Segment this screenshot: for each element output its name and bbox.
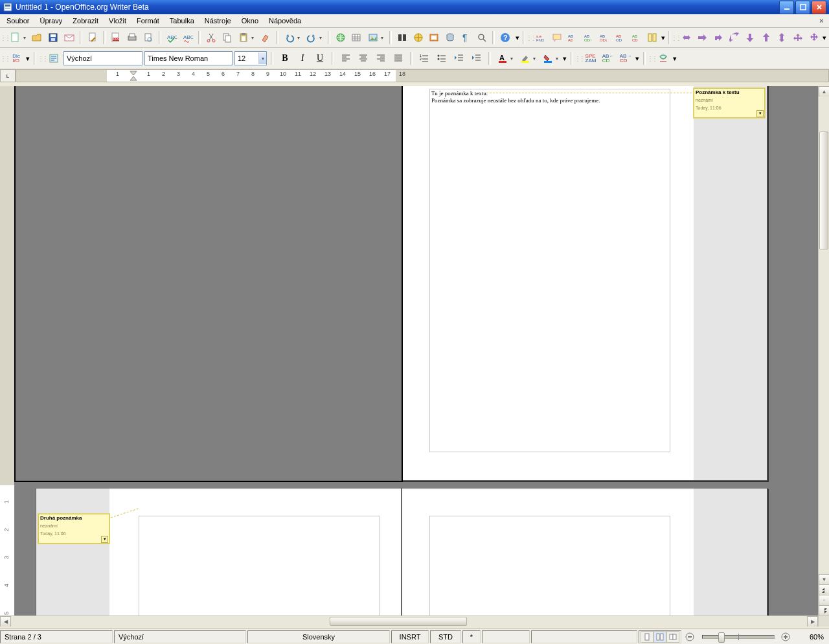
scroll-thumb[interactable] xyxy=(819,132,828,249)
document-canvas[interactable]: Tu je poznámka k textu. Poznámka sa zobr… xyxy=(14,86,819,616)
horizontal-scrollbar[interactable]: ◀ ▶ xyxy=(0,615,829,627)
toolbar-grip-7[interactable]: ⋮⋮ xyxy=(650,51,653,65)
zoom-in-button[interactable] xyxy=(778,631,793,643)
prev-page-button[interactable] xyxy=(819,584,829,595)
indent-marker-icon[interactable] xyxy=(130,71,137,81)
scroll-right-button[interactable]: ▶ xyxy=(807,616,818,627)
horizontal-ruler[interactable]: 1 1 2 3 4 5 6 7 8 9 10 11 12 13 14 15 16… xyxy=(16,69,829,82)
zoom-slider[interactable] xyxy=(702,635,775,639)
align-left-button[interactable] xyxy=(338,51,354,66)
toolbar-overflow-5[interactable]: ▾ xyxy=(635,54,639,63)
arrow-up-down-button[interactable] xyxy=(775,30,789,45)
status-page[interactable]: Strana 2 / 3 xyxy=(0,630,113,643)
zoom-out-button[interactable] xyxy=(683,631,697,643)
window-minimize-button[interactable] xyxy=(779,1,794,14)
menu-upravy[interactable]: Úpravy xyxy=(34,16,67,26)
zoom-slider-knob[interactable] xyxy=(718,632,725,643)
page-text-line-2[interactable]: Poznámka sa zobrazuje neustále bez ohľad… xyxy=(431,97,600,104)
status-style[interactable]: Výchozí xyxy=(114,630,246,643)
highlight-button[interactable]: ▾ xyxy=(517,51,538,66)
font-name-combo[interactable]: ▾ xyxy=(144,51,233,65)
nonprinting-button[interactable]: ¶ xyxy=(459,30,473,45)
show-draw-button[interactable]: ▾ xyxy=(365,30,386,45)
status-zoom[interactable]: 60% xyxy=(794,631,828,643)
print-button[interactable] xyxy=(125,30,140,45)
arrow-right-button[interactable] xyxy=(695,30,710,45)
page-text-line-1[interactable]: Tu je poznámka k textu. xyxy=(431,90,488,97)
new-button[interactable]: ▾ xyxy=(8,30,28,45)
undo-button[interactable]: ▾ xyxy=(282,30,302,45)
toolbar-grip-4[interactable]: ⋮⋮ xyxy=(3,51,6,65)
insert-comment-button[interactable] xyxy=(549,30,564,45)
underline-button[interactable]: U xyxy=(312,51,328,66)
nav-target-button[interactable]: ◦ xyxy=(819,595,829,606)
bgcolor-button[interactable]: ▾ xyxy=(540,51,561,66)
menu-napoveda[interactable]: Nápověda xyxy=(264,16,306,26)
zoom-button[interactable] xyxy=(475,30,490,45)
window-close-button[interactable] xyxy=(812,1,826,14)
paste-button[interactable]: ▾ xyxy=(236,30,256,45)
find-replace-prev-button[interactable]: s.eFND xyxy=(534,30,549,45)
find-button[interactable] xyxy=(395,30,410,45)
paragraph-style-combo[interactable]: ▾ xyxy=(63,51,142,65)
toolbar-grip[interactable]: ⋮⋮ xyxy=(3,30,6,45)
toolbar-overflow-4[interactable]: ▾ xyxy=(563,54,567,63)
redo-button[interactable]: ▾ xyxy=(304,30,324,45)
page-2-left[interactable]: Druhá poznámka neznámí Today, 11:06 ▾ xyxy=(36,488,402,627)
italic-button[interactable]: I xyxy=(295,51,310,66)
window-maximize-button[interactable] xyxy=(795,1,810,14)
comment-note-2[interactable]: Druhá poznámka neznámí Today, 11:06 ▾ xyxy=(38,513,110,544)
status-signature[interactable] xyxy=(482,630,530,643)
ab-cd-green-button[interactable]: AB←CD xyxy=(600,51,616,66)
merge-doc-button[interactable]: ABCD xyxy=(629,30,644,45)
toolbar-grip-5[interactable]: ⋮⋮ xyxy=(40,51,44,65)
outdent-button[interactable] xyxy=(451,51,467,66)
menu-vlozit[interactable]: Vložit xyxy=(104,16,131,26)
toolbar-overflow-2[interactable]: ▾ xyxy=(661,34,665,42)
font-color-button[interactable]: A▾ xyxy=(495,51,516,66)
page-1[interactable]: Tu je poznámka k textu. Poznámka sa zobr… xyxy=(402,86,767,481)
compare-doc-button[interactable] xyxy=(645,30,660,45)
align-justify-button[interactable] xyxy=(391,51,406,66)
view-single-button[interactable] xyxy=(641,631,653,643)
export-pdf-button[interactable]: PDF xyxy=(109,30,124,45)
styles-window-button[interactable] xyxy=(46,51,62,66)
next-page-button[interactable] xyxy=(819,605,829,616)
menu-tabulka[interactable]: Tabulka xyxy=(165,16,199,26)
ab-cd-red-button[interactable]: AB→CD xyxy=(618,51,633,66)
copy-button[interactable] xyxy=(220,30,235,45)
align-center-button[interactable] xyxy=(356,51,371,66)
arrow-corner-button[interactable] xyxy=(727,30,742,45)
comment-menu-button[interactable]: ▾ xyxy=(756,110,764,117)
help-button[interactable]: ? xyxy=(498,30,513,45)
spellcheck-button[interactable]: ABC xyxy=(165,30,179,45)
scroll-left-button[interactable]: ◀ xyxy=(0,616,11,627)
view-multi-button[interactable] xyxy=(653,631,666,643)
status-language[interactable]: Slovensky xyxy=(247,630,390,643)
cut-button[interactable] xyxy=(204,30,219,45)
font-name-input[interactable] xyxy=(145,52,240,64)
save-button[interactable] xyxy=(46,30,61,45)
toolbar-grip-6[interactable]: ⋮⋮ xyxy=(577,51,581,65)
email-button[interactable] xyxy=(62,30,76,45)
accept-change-button[interactable]: ABOD↓ xyxy=(597,30,612,45)
toolbar-overflow-6[interactable]: ▾ xyxy=(673,54,677,63)
spe-zam-button[interactable]: SPEZAM xyxy=(583,51,598,66)
format-paintbrush-button[interactable] xyxy=(258,30,273,45)
edit-file-button[interactable] xyxy=(85,30,100,45)
close-doc-button[interactable]: × xyxy=(815,16,828,25)
menu-format[interactable]: Formát xyxy=(131,16,165,26)
menu-soubor[interactable]: Soubor xyxy=(1,16,34,26)
font-size-combo[interactable]: ▾ xyxy=(234,51,267,65)
vertical-ruler[interactable]: 1 2 3 4 5 xyxy=(0,86,15,616)
arrow-up-button[interactable] xyxy=(758,30,773,45)
menu-nastroje[interactable]: Nástroje xyxy=(199,16,236,26)
misc-button[interactable] xyxy=(655,51,671,66)
status-selection[interactable]: STD xyxy=(430,630,461,643)
arrow-bent-button[interactable] xyxy=(711,30,726,45)
toolbar-overflow-dic[interactable]: ▾ xyxy=(26,54,30,63)
toolbar-grip-2[interactable]: ⋮⋮ xyxy=(528,30,532,45)
table-insert-button[interactable] xyxy=(349,30,364,45)
bold-button[interactable]: B xyxy=(277,51,293,66)
dic-io-button[interactable]: DicI/O xyxy=(8,51,24,66)
